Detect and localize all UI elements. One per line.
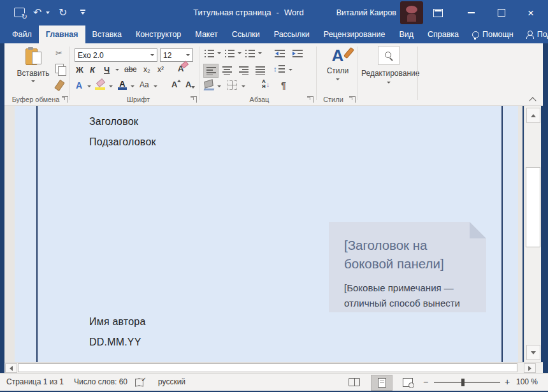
paragraph-dialog-launcher[interactable] <box>307 96 314 103</box>
document-page[interactable]: Заголовок Подзаголовок [Заголовок на бок… <box>15 106 518 362</box>
change-case-button[interactable]: Aa <box>140 80 149 89</box>
tab-insert[interactable]: Вставка <box>85 25 129 43</box>
tab-file[interactable]: Файл <box>5 25 39 43</box>
scroll-up-button[interactable] <box>526 108 540 123</box>
vertical-scrollbar[interactable] <box>524 106 541 362</box>
grow-font-button[interactable]: А <box>171 80 177 89</box>
zoom-out-button[interactable]: − <box>423 377 428 387</box>
tab-references[interactable]: Ссылки <box>225 25 267 43</box>
zoom-slider-thumb[interactable] <box>461 379 465 386</box>
document-viewport[interactable]: Заголовок Подзаголовок [Заголовок на бок… <box>4 106 523 362</box>
borders-dropdown[interactable] <box>240 85 245 87</box>
justify-button[interactable] <box>253 64 267 76</box>
scroll-left-button[interactable] <box>5 363 17 373</box>
increase-indent-button[interactable] <box>292 50 303 57</box>
text-effects-button[interactable]: А <box>76 80 82 91</box>
borders-button[interactable] <box>227 80 237 90</box>
line-spacing-button[interactable]: ↕ <box>273 65 285 73</box>
undo-button[interactable]: ↶ <box>33 6 41 20</box>
font-size-combobox[interactable]: 12 <box>160 48 193 62</box>
italic-button[interactable]: К <box>90 65 95 75</box>
ribbon-display-options-button[interactable] <box>424 0 451 25</box>
redo-button[interactable]: ↻ <box>59 6 67 20</box>
change-case-dropdown[interactable] <box>152 85 157 87</box>
bullets-button[interactable] <box>205 50 214 57</box>
paste-button[interactable]: Вставить <box>13 47 53 102</box>
align-center-button[interactable] <box>220 64 234 76</box>
minimize-button[interactable] <box>458 0 484 25</box>
text-effects-dropdown[interactable] <box>86 85 91 87</box>
highlight-color-button[interactable] <box>95 80 106 90</box>
tab-view[interactable]: Вид <box>392 25 421 43</box>
styles-button[interactable]: А Стили <box>321 46 354 102</box>
tell-me-assistant[interactable]: Помощн <box>466 25 520 43</box>
font-color-dropdown[interactable] <box>129 85 134 87</box>
align-left-button[interactable] <box>203 64 219 78</box>
highlight-dropdown[interactable] <box>108 85 113 87</box>
language-indicator[interactable]: русский <box>158 377 185 386</box>
scroll-down-button[interactable] <box>526 345 540 360</box>
styles-dialog-launcher[interactable] <box>349 96 356 103</box>
strikethrough-button[interactable]: abc <box>124 65 136 74</box>
maximize-button[interactable] <box>488 0 515 25</box>
undo-dropdown[interactable] <box>46 11 50 14</box>
horizontal-scroll-thumb[interactable] <box>18 363 517 372</box>
underline-dropdown[interactable] <box>114 69 119 71</box>
format-painter-button[interactable] <box>57 80 62 91</box>
date-field[interactable]: DD.MM.YY <box>89 337 141 348</box>
tab-design[interactable]: Конструктор <box>129 25 188 43</box>
tab-mailings[interactable]: Рассылки <box>267 25 317 43</box>
font-dialog-launcher[interactable] <box>191 96 197 103</box>
font-color-button[interactable]: А <box>118 79 127 89</box>
font-name-combobox[interactable]: Exo 2.0 <box>75 48 157 62</box>
show-formatting-marks-button[interactable]: ¶ <box>281 80 286 91</box>
sidebar-heading[interactable]: [Заголовок на боковой панели] <box>344 236 477 273</box>
read-mode-button[interactable] <box>344 375 364 389</box>
cut-button[interactable]: ✂ <box>55 48 62 58</box>
copy-button[interactable] <box>55 64 64 73</box>
print-layout-button[interactable] <box>371 375 393 391</box>
word-count[interactable]: Число слов: 60 <box>74 377 127 386</box>
numbering-button[interactable] <box>225 50 234 57</box>
subscript-button[interactable]: x₂ <box>143 65 150 74</box>
clipboard-dialog-launcher[interactable] <box>62 96 68 103</box>
zoom-slider-track[interactable] <box>434 382 500 383</box>
numbering-dropdown[interactable] <box>236 52 242 54</box>
page-indicator[interactable]: Страница 1 из 1 <box>6 377 64 386</box>
tab-help[interactable]: Справка <box>421 25 466 43</box>
autosave-button[interactable]: ↻ <box>14 8 25 17</box>
tab-layout[interactable]: Макет <box>188 25 224 43</box>
shrink-font-button[interactable]: А <box>185 80 191 89</box>
tab-review[interactable]: Рецензирование <box>317 25 393 43</box>
user-avatar[interactable] <box>400 1 423 24</box>
superscript-button[interactable]: x² <box>157 65 164 74</box>
close-button[interactable]: × <box>517 0 544 25</box>
vertical-scroll-thumb[interactable] <box>526 167 540 247</box>
sidebar-note[interactable]: [Боковые примечания — отличный способ вы… <box>344 280 481 311</box>
web-layout-button[interactable] <box>398 375 418 389</box>
scroll-right-button[interactable] <box>524 363 536 373</box>
line-spacing-dropdown[interactable] <box>287 69 292 71</box>
share-button[interactable]: Поделиться <box>520 25 548 43</box>
collapse-ribbon-button[interactable] <box>530 98 537 102</box>
author-field[interactable]: Имя автора <box>89 316 146 328</box>
tab-home[interactable]: Главная <box>39 25 85 43</box>
multilevel-dropdown[interactable] <box>257 52 262 54</box>
zoom-level[interactable]: 100 % <box>516 377 538 386</box>
customize-quick-access-button[interactable] <box>80 10 85 15</box>
align-right-button[interactable] <box>236 64 250 76</box>
clear-formatting-button[interactable]: А <box>178 64 184 73</box>
multilevel-list-button[interactable] <box>245 50 255 57</box>
bold-button[interactable]: Ж <box>76 65 83 75</box>
zoom-in-button[interactable]: + <box>505 377 510 387</box>
underline-button[interactable]: Ч <box>104 65 110 75</box>
decrease-indent-button[interactable] <box>275 50 285 57</box>
signed-in-user[interactable]: Виталий Каиров <box>336 8 396 17</box>
shading-button[interactable] <box>205 80 213 87</box>
bullets-dropdown[interactable] <box>216 52 221 54</box>
shading-dropdown[interactable] <box>216 85 221 87</box>
proofing-status[interactable]: ✓ <box>135 378 145 386</box>
sort-button[interactable]: АЯ ↓ <box>262 79 270 89</box>
editing-button[interactable]: Редактирование <box>361 45 416 103</box>
horizontal-scrollbar[interactable] <box>4 362 543 373</box>
